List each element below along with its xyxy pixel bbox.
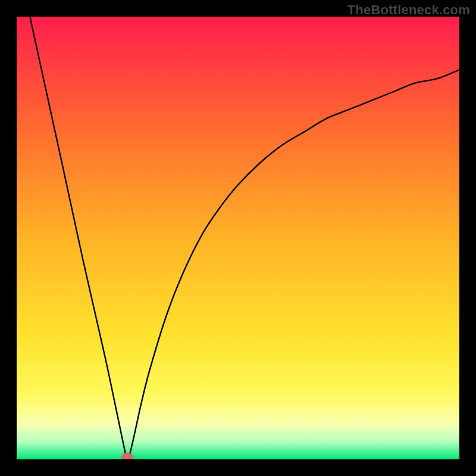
plot-area: [17, 17, 459, 459]
chart-frame: TheBottleneck.com: [0, 0, 476, 476]
watermark-text: TheBottleneck.com: [347, 2, 470, 18]
gradient-background: [17, 17, 459, 459]
chart-svg: [17, 17, 459, 459]
